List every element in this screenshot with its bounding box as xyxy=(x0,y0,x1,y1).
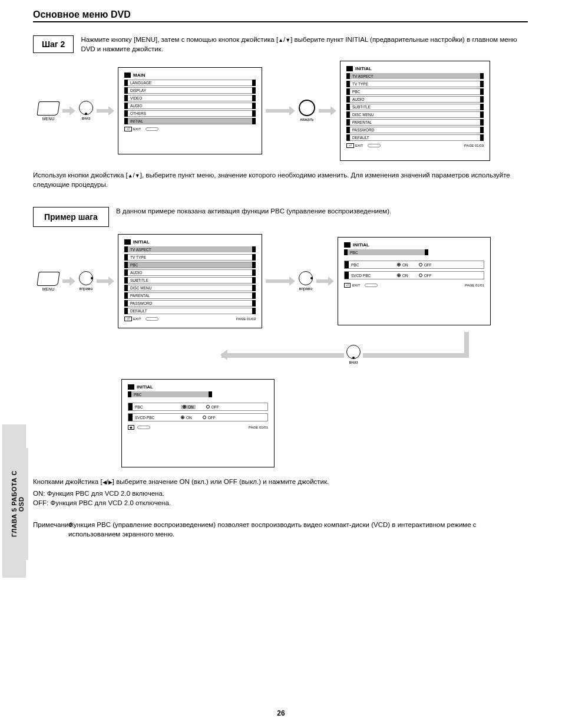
exit-key-icon: ⏎ xyxy=(346,143,354,148)
pbc-label: PBC xyxy=(135,405,181,409)
step2-label: Шаг 2 xyxy=(33,35,74,53)
pill-icon xyxy=(368,144,381,147)
opt-on: ON xyxy=(188,405,194,409)
example-step-label: Пример шага xyxy=(33,207,109,227)
tv-icon xyxy=(124,73,131,78)
initial-item[interactable]: PBC xyxy=(350,88,480,95)
triangle-down-icon: ▼ xyxy=(135,173,140,179)
exit-label[interactable]: EXIT xyxy=(352,284,360,287)
joy-down-label: вниз xyxy=(346,360,361,365)
radio-icon[interactable] xyxy=(397,274,401,277)
menu-button[interactable]: MENU xyxy=(38,272,59,291)
main-item[interactable]: OTHERS xyxy=(128,110,252,117)
initial-item-selected[interactable]: PBC xyxy=(128,262,252,268)
pbc-group[interactable]: PBC ON OFF xyxy=(344,261,484,269)
exit-key-icon: ⏎ xyxy=(124,127,132,131)
final-instruction: Кнопками джойстика [◀/▶] выберите значен… xyxy=(33,477,528,508)
page-indicator: PAGE 01/03 xyxy=(464,144,484,147)
pill-icon xyxy=(137,426,150,429)
main-item[interactable]: DISPLAY xyxy=(128,87,252,94)
exit-label[interactable]: EXIT xyxy=(133,317,141,321)
arrow-icon xyxy=(97,107,114,114)
step2-text-before: Нажмите кнопку [MENU], затем с помощью к… xyxy=(81,36,278,43)
joystick-down[interactable]: вниз xyxy=(79,101,93,121)
initial-item[interactable]: TV TYPE xyxy=(128,254,252,261)
initial-item[interactable]: AUDIO xyxy=(128,269,252,276)
initial-item[interactable]: PASSWORD xyxy=(350,127,480,133)
initial-item[interactable]: DEFAULT xyxy=(128,308,252,314)
initial-item[interactable]: PARENTAL xyxy=(128,292,252,299)
pbc-label: PBC xyxy=(351,263,397,267)
radio-icon[interactable] xyxy=(203,416,206,419)
radio-icon[interactable] xyxy=(397,263,401,266)
initial-item[interactable]: DEFAULT xyxy=(350,134,480,141)
pbc1-title: INITIAL xyxy=(353,242,369,248)
main-item-selected[interactable]: INITIAL xyxy=(128,118,252,124)
svcd-pbc-group[interactable]: SVCD PBC ON OFF xyxy=(128,413,268,421)
joystick-push[interactable]: нажать xyxy=(299,100,315,122)
pill-icon xyxy=(146,127,158,131)
exit-label[interactable]: EXIT xyxy=(133,127,141,131)
initial-item[interactable]: AUDIO xyxy=(350,96,480,103)
joystick-down[interactable]: вниз xyxy=(344,345,363,365)
joy-push-label: нажать xyxy=(299,117,315,122)
radio-icon[interactable] xyxy=(206,405,210,409)
arrow-icon xyxy=(62,107,75,114)
initial-item[interactable]: TV TYPE xyxy=(350,81,480,87)
param-before: Используя кнопки джойстика [ xyxy=(33,172,128,179)
initial-item[interactable]: PASSWORD xyxy=(128,300,252,307)
screen-main: MAIN LANGUAGE DISPLAY VIDEO AUDIO OTHERS… xyxy=(118,67,262,154)
param-select-text: Используя кнопки джойстика [▲/▼], выбери… xyxy=(33,170,528,189)
radio-icon[interactable] xyxy=(419,274,422,277)
initial-item[interactable]: DISC MENU xyxy=(350,111,480,118)
arrow-icon xyxy=(266,278,295,285)
triangle-down-icon: ▼ xyxy=(285,37,290,43)
exit-label[interactable]: EXIT xyxy=(355,144,363,147)
joystick-right[interactable]: вправо xyxy=(299,271,313,291)
screen-initial: INITIAL TV ASPECT TV TYPE PBC AUDIO SUBT… xyxy=(340,61,490,161)
pbc1-sub: PBC xyxy=(348,249,425,255)
arrow-icon xyxy=(319,107,336,114)
page-number: 26 xyxy=(0,709,562,717)
main-item[interactable]: VIDEO xyxy=(128,95,252,101)
final-line-on: ON: Функция PBC для VCD 2.0 включена. xyxy=(33,489,528,498)
joystick-right[interactable]: вправо xyxy=(79,271,93,291)
initial-item[interactable]: SUBTITLE xyxy=(128,277,252,284)
example-step-text: В данном примере показана активация функ… xyxy=(116,207,391,216)
opt-off: OFF xyxy=(208,416,216,420)
triangle-up-icon: ▲ xyxy=(278,37,283,43)
opt-on: ON xyxy=(402,274,408,278)
radio-icon[interactable] xyxy=(183,405,186,409)
elbow-arrow: вниз xyxy=(151,338,481,379)
radio-icon[interactable] xyxy=(419,263,422,266)
screen-pbc-1: INITIAL PBC PBC ON OFF SVCD PBC ON OFF ⏎… xyxy=(338,237,491,325)
main-item[interactable]: AUDIO xyxy=(128,103,252,109)
tv-icon xyxy=(344,242,351,248)
initial-item[interactable]: PARENTAL xyxy=(350,119,480,126)
final-after: ] выберите значение ON (вкл.) или OFF (в… xyxy=(113,478,329,485)
radio-icon[interactable] xyxy=(181,416,184,419)
main-item[interactable]: LANGUAGE xyxy=(128,80,252,86)
step2-row: Шаг 2 Нажмите кнопку [MENU], затем с пом… xyxy=(33,35,528,54)
example-step-row: Пример шага В данном примере показана ак… xyxy=(33,207,528,227)
screen-initial-title: INITIAL xyxy=(355,66,372,71)
arrow-icon xyxy=(62,278,75,285)
arrow-icon xyxy=(266,107,295,114)
initial-sub-selected[interactable]: TV ASPECT xyxy=(350,73,480,79)
svcd-pbc-group[interactable]: SVCD PBC ON OFF xyxy=(344,271,484,279)
opt-on: ON xyxy=(402,263,408,267)
initial-item[interactable]: SUBTITLE xyxy=(350,104,480,110)
note-body: Функция PBC (управление воспроизведением… xyxy=(68,520,528,539)
initial-item[interactable]: DISC MENU xyxy=(128,285,252,291)
tv-icon xyxy=(124,239,131,245)
opt-on: ON xyxy=(186,416,192,420)
opt-off: OFF xyxy=(424,274,432,278)
joy-right-label: вправо xyxy=(299,286,313,291)
svcd-pbc-label: SVCD PBC xyxy=(135,416,181,420)
initial-sub[interactable]: TV ASPECT xyxy=(128,246,252,252)
svcd-pbc-label: SVCD PBC xyxy=(351,274,397,278)
triangle-right-icon: ▶ xyxy=(108,479,113,485)
menu-button[interactable]: MENU xyxy=(38,101,59,121)
final-before: Кнопками джойстика [ xyxy=(33,478,103,485)
pbc-group-selected[interactable]: PBC ON OFF xyxy=(128,403,268,411)
